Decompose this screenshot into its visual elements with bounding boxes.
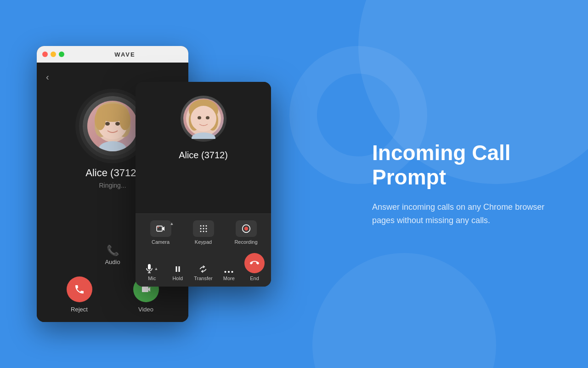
hold-label: Hold (172, 276, 183, 281)
face-svg-front (183, 98, 224, 139)
svg-point-23 (200, 225, 201, 227)
keypad-icon-wrap (193, 220, 214, 237)
svg-point-27 (203, 228, 204, 230)
caller-status-back: Ringing... (99, 182, 126, 189)
back-arrow-icon[interactable]: ‹ (46, 72, 49, 82)
traffic-light-maximize[interactable] (59, 52, 64, 57)
svg-point-29 (200, 231, 201, 232)
mic-wrap: ▲ (146, 264, 158, 273)
svg-point-7 (105, 122, 110, 126)
svg-point-25 (205, 225, 207, 227)
audio-label: Audio (105, 259, 120, 265)
traffic-light-close[interactable] (42, 52, 48, 57)
tool-keypad[interactable]: Keypad (191, 220, 216, 245)
avatar-image-back (87, 101, 138, 151)
svg-point-30 (203, 231, 204, 232)
face-svg-back (87, 101, 138, 151)
main-container: WAVE ‹ (0, 0, 588, 368)
svg-point-19 (198, 116, 201, 120)
recording-icon-wrap (236, 220, 257, 237)
reject-phone-icon (74, 284, 85, 295)
toolbar-top: ▲ Camera (136, 213, 271, 249)
svg-point-33 (244, 227, 248, 230)
svg-point-31 (205, 231, 207, 232)
tool-end[interactable]: End (244, 253, 265, 281)
audio-icon: 📞 (107, 245, 119, 257)
mic-label: Mic (148, 276, 156, 281)
more-label: More (223, 276, 235, 281)
transfer-label: Transfer (194, 276, 213, 281)
mic-icon (146, 264, 153, 273)
tool-camera[interactable]: ▲ Camera (148, 220, 174, 245)
svg-rect-38 (178, 266, 180, 272)
reject-action[interactable]: Reject (67, 276, 92, 313)
audio-action: 📞 Audio (105, 245, 120, 265)
toolbar-bottom: ▲ Mic Hold (136, 249, 271, 287)
svg-rect-37 (175, 266, 177, 272)
end-call-button[interactable] (244, 253, 265, 273)
more-icon (224, 270, 233, 273)
svg-rect-34 (148, 264, 151, 270)
camera-chevron-icon: ▲ (170, 221, 174, 226)
phone-window-front: Alice (3712) ▲ Camera (136, 82, 271, 287)
traffic-light-minimize[interactable] (51, 52, 56, 57)
reject-label: Reject (71, 306, 88, 313)
tool-transfer[interactable]: Transfer (192, 265, 214, 281)
promo-description: Answer incoming calls on any Chrome brow… (372, 201, 560, 227)
mic-chevron-icon: ▲ (154, 266, 158, 271)
end-label: End (250, 276, 259, 281)
svg-point-11 (119, 110, 130, 130)
svg-point-26 (200, 228, 201, 230)
svg-point-40 (228, 271, 230, 273)
svg-point-41 (232, 271, 233, 273)
avatar-image-front (183, 98, 224, 139)
svg-point-8 (115, 122, 120, 126)
camera-label: Camera (152, 239, 170, 245)
caller-name-front: Alice (3712) (179, 150, 228, 161)
svg-point-10 (95, 110, 106, 130)
hold-icon (174, 265, 182, 273)
caller-avatar-front (181, 96, 226, 142)
reject-button-circle[interactable] (67, 276, 92, 302)
recording-icon (242, 224, 251, 233)
keypad-icon (199, 224, 208, 233)
camera-icon (156, 225, 165, 232)
keypad-label: Keypad (195, 239, 212, 245)
caller-avatar-back (83, 96, 142, 156)
svg-point-18 (191, 106, 216, 132)
app-title: WAVE (67, 51, 183, 58)
svg-point-28 (205, 228, 207, 230)
recording-label: Recording (234, 239, 257, 245)
tool-mic[interactable]: ▲ Mic (141, 264, 163, 281)
svg-point-20 (206, 116, 209, 120)
camera-icon-wrap: ▲ (150, 220, 171, 237)
transfer-icon (198, 265, 208, 273)
svg-point-5 (99, 141, 126, 151)
svg-point-24 (203, 225, 204, 227)
front-main: Alice (3712) (136, 82, 271, 213)
video-label: Video (138, 306, 153, 313)
end-call-icon (250, 259, 259, 268)
svg-point-39 (225, 271, 226, 273)
tool-more[interactable]: More (218, 270, 239, 281)
phones-area: WAVE ‹ (0, 0, 345, 368)
tool-hold[interactable]: Hold (167, 265, 188, 281)
caller-name-back: Alice (3712) (85, 167, 139, 179)
window-titlebar: WAVE (37, 46, 188, 63)
tool-recording[interactable]: Recording (233, 220, 259, 245)
